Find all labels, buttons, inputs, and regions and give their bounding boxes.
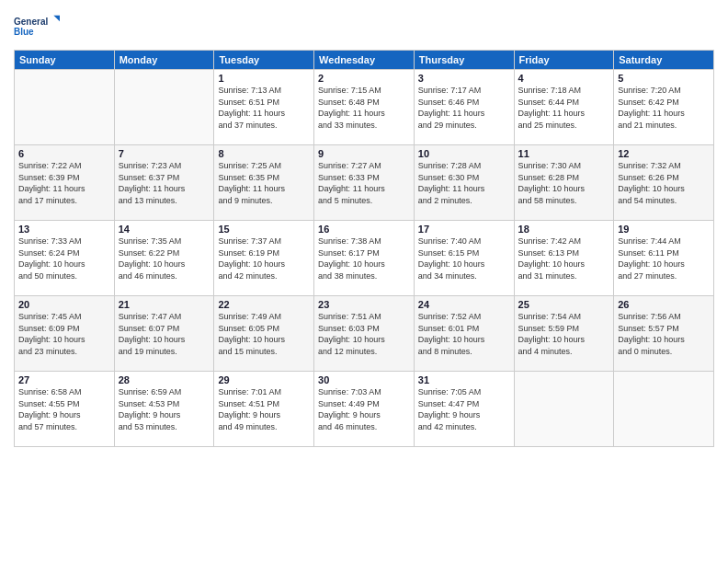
- day-info: Sunrise: 7:37 AM Sunset: 6:19 PM Dayligh…: [218, 236, 310, 282]
- calendar-cell: 27Sunrise: 6:58 AM Sunset: 4:55 PM Dayli…: [15, 372, 115, 447]
- day-info: Sunrise: 6:59 AM Sunset: 4:53 PM Dayligh…: [119, 386, 210, 432]
- calendar-cell: 10Sunrise: 7:28 AM Sunset: 6:30 PM Dayli…: [414, 145, 514, 221]
- day-info: Sunrise: 7:33 AM Sunset: 6:24 PM Dayligh…: [18, 236, 110, 282]
- calendar-cell: 8Sunrise: 7:25 AM Sunset: 6:35 PM Daylig…: [214, 145, 314, 221]
- day-number: 2: [318, 73, 410, 84]
- calendar-cell: 9Sunrise: 7:27 AM Sunset: 6:33 PM Daylig…: [314, 145, 415, 221]
- day-number: 27: [18, 374, 110, 385]
- day-number: 24: [418, 299, 510, 310]
- day-info: Sunrise: 7:56 AM Sunset: 5:57 PM Dayligh…: [618, 311, 710, 357]
- calendar-cell: 4Sunrise: 7:18 AM Sunset: 6:44 PM Daylig…: [514, 70, 614, 145]
- calendar-cell: 6Sunrise: 7:22 AM Sunset: 6:39 PM Daylig…: [15, 145, 115, 221]
- day-header: Sunday: [15, 51, 115, 70]
- calendar-cell: 16Sunrise: 7:38 AM Sunset: 6:17 PM Dayli…: [314, 221, 415, 296]
- calendar-cell: 18Sunrise: 7:42 AM Sunset: 6:13 PM Dayli…: [514, 221, 614, 296]
- day-number: 9: [318, 148, 410, 159]
- day-info: Sunrise: 7:51 AM Sunset: 6:03 PM Dayligh…: [318, 311, 410, 357]
- calendar-cell: 21Sunrise: 7:47 AM Sunset: 6:07 PM Dayli…: [114, 296, 214, 372]
- day-info: Sunrise: 7:01 AM Sunset: 4:51 PM Dayligh…: [218, 386, 310, 432]
- day-info: Sunrise: 7:13 AM Sunset: 6:51 PM Dayligh…: [218, 85, 310, 131]
- calendar-cell: [114, 70, 214, 145]
- calendar-cell: [15, 70, 115, 145]
- day-number: 25: [518, 299, 610, 310]
- day-info: Sunrise: 7:32 AM Sunset: 6:26 PM Dayligh…: [618, 160, 710, 206]
- day-number: 13: [18, 224, 110, 235]
- day-header: Wednesday: [314, 51, 415, 70]
- day-info: Sunrise: 6:58 AM Sunset: 4:55 PM Dayligh…: [18, 386, 110, 432]
- calendar-cell: 12Sunrise: 7:32 AM Sunset: 6:26 PM Dayli…: [614, 145, 714, 221]
- calendar-cell: [514, 372, 614, 447]
- day-number: 5: [618, 73, 710, 84]
- calendar-cell: 25Sunrise: 7:54 AM Sunset: 5:59 PM Dayli…: [514, 296, 614, 372]
- calendar-cell: 28Sunrise: 6:59 AM Sunset: 4:53 PM Dayli…: [114, 372, 214, 447]
- day-number: 31: [418, 374, 510, 385]
- day-info: Sunrise: 7:25 AM Sunset: 6:35 PM Dayligh…: [218, 160, 310, 206]
- calendar-cell: 22Sunrise: 7:49 AM Sunset: 6:05 PM Dayli…: [214, 296, 314, 372]
- day-number: 14: [119, 224, 210, 235]
- day-number: 22: [218, 299, 310, 310]
- day-number: 23: [318, 299, 410, 310]
- day-info: Sunrise: 7:52 AM Sunset: 6:01 PM Dayligh…: [418, 311, 510, 357]
- calendar-cell: 31Sunrise: 7:05 AM Sunset: 4:47 PM Dayli…: [414, 372, 514, 447]
- day-info: Sunrise: 7:18 AM Sunset: 6:44 PM Dayligh…: [518, 85, 610, 131]
- day-number: 20: [18, 299, 110, 310]
- day-info: Sunrise: 7:23 AM Sunset: 6:37 PM Dayligh…: [119, 160, 210, 206]
- day-info: Sunrise: 7:40 AM Sunset: 6:15 PM Dayligh…: [418, 236, 510, 282]
- day-info: Sunrise: 7:22 AM Sunset: 6:39 PM Dayligh…: [18, 160, 110, 206]
- day-info: Sunrise: 7:28 AM Sunset: 6:30 PM Dayligh…: [418, 160, 510, 206]
- calendar-cell: 3Sunrise: 7:17 AM Sunset: 6:46 PM Daylig…: [414, 70, 514, 145]
- calendar-cell: 14Sunrise: 7:35 AM Sunset: 6:22 PM Dayli…: [114, 221, 214, 296]
- day-header: Monday: [114, 51, 214, 70]
- day-info: Sunrise: 7:38 AM Sunset: 6:17 PM Dayligh…: [318, 236, 410, 282]
- day-number: 11: [518, 148, 610, 159]
- calendar-cell: 29Sunrise: 7:01 AM Sunset: 4:51 PM Dayli…: [214, 372, 314, 447]
- day-number: 6: [18, 148, 110, 159]
- day-number: 21: [119, 299, 210, 310]
- day-header: Thursday: [414, 51, 514, 70]
- day-info: Sunrise: 7:47 AM Sunset: 6:07 PM Dayligh…: [119, 311, 210, 357]
- day-info: Sunrise: 7:49 AM Sunset: 6:05 PM Dayligh…: [218, 311, 310, 357]
- calendar-cell: 30Sunrise: 7:03 AM Sunset: 4:49 PM Dayli…: [314, 372, 415, 447]
- calendar-cell: 19Sunrise: 7:44 AM Sunset: 6:11 PM Dayli…: [614, 221, 714, 296]
- day-number: 12: [618, 148, 710, 159]
- svg-text:General: General: [14, 17, 48, 27]
- day-header: Friday: [514, 51, 614, 70]
- day-number: 29: [218, 374, 310, 385]
- day-info: Sunrise: 7:44 AM Sunset: 6:11 PM Dayligh…: [618, 236, 710, 282]
- day-info: Sunrise: 7:54 AM Sunset: 5:59 PM Dayligh…: [518, 311, 610, 357]
- day-number: 16: [318, 224, 410, 235]
- day-info: Sunrise: 7:05 AM Sunset: 4:47 PM Dayligh…: [418, 386, 510, 432]
- calendar-cell: [614, 372, 714, 447]
- day-info: Sunrise: 7:35 AM Sunset: 6:22 PM Dayligh…: [119, 236, 210, 282]
- calendar-cell: 17Sunrise: 7:40 AM Sunset: 6:15 PM Dayli…: [414, 221, 514, 296]
- calendar-cell: 11Sunrise: 7:30 AM Sunset: 6:28 PM Dayli…: [514, 145, 614, 221]
- calendar-cell: 23Sunrise: 7:51 AM Sunset: 6:03 PM Dayli…: [314, 296, 415, 372]
- day-info: Sunrise: 7:20 AM Sunset: 6:42 PM Dayligh…: [618, 85, 710, 131]
- day-header: Saturday: [614, 51, 714, 70]
- day-info: Sunrise: 7:30 AM Sunset: 6:28 PM Dayligh…: [518, 160, 610, 206]
- calendar-cell: 15Sunrise: 7:37 AM Sunset: 6:19 PM Dayli…: [214, 221, 314, 296]
- svg-marker-2: [53, 16, 60, 22]
- day-info: Sunrise: 7:45 AM Sunset: 6:09 PM Dayligh…: [18, 311, 110, 357]
- day-info: Sunrise: 7:42 AM Sunset: 6:13 PM Dayligh…: [518, 236, 610, 282]
- day-info: Sunrise: 7:17 AM Sunset: 6:46 PM Dayligh…: [418, 85, 510, 131]
- calendar-cell: 2Sunrise: 7:15 AM Sunset: 6:48 PM Daylig…: [314, 70, 415, 145]
- day-number: 26: [618, 299, 710, 310]
- day-number: 18: [518, 224, 610, 235]
- day-info: Sunrise: 7:15 AM Sunset: 6:48 PM Dayligh…: [318, 85, 410, 131]
- day-number: 15: [218, 224, 310, 235]
- calendar-cell: 1Sunrise: 7:13 AM Sunset: 6:51 PM Daylig…: [214, 70, 314, 145]
- day-number: 1: [218, 73, 310, 84]
- logo: General Blue: [14, 9, 60, 46]
- day-number: 10: [418, 148, 510, 159]
- day-number: 17: [418, 224, 510, 235]
- svg-text:Blue: Blue: [14, 27, 34, 37]
- calendar-cell: 26Sunrise: 7:56 AM Sunset: 5:57 PM Dayli…: [614, 296, 714, 372]
- day-number: 4: [518, 73, 610, 84]
- calendar-cell: 7Sunrise: 7:23 AM Sunset: 6:37 PM Daylig…: [114, 145, 214, 221]
- day-number: 30: [318, 374, 410, 385]
- day-number: 19: [618, 224, 710, 235]
- day-header: Tuesday: [214, 51, 314, 70]
- day-number: 7: [119, 148, 210, 159]
- day-number: 3: [418, 73, 510, 84]
